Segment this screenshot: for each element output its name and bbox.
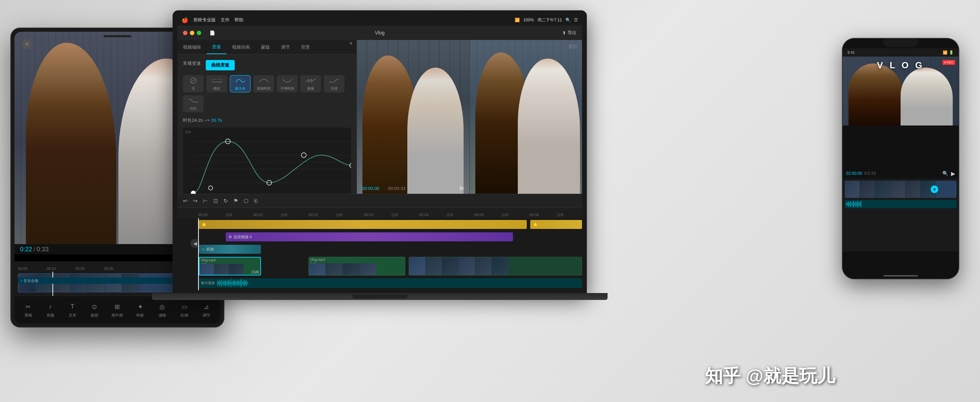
speed-section: 常规变速 曲线变速 <box>177 54 356 194</box>
pt3 <box>875 180 890 198</box>
phone-play-btn[interactable]: ▶ <box>951 170 955 177</box>
redo-icon[interactable]: ↪ <box>193 198 197 204</box>
phone-status-icons: 📶 🔋 <box>943 50 954 55</box>
phone-video-area: V L O G ● REC <box>843 57 959 125</box>
preview-split: 00:00:00 00:00:33 ▶ <box>357 40 582 194</box>
close-button[interactable] <box>183 31 188 35</box>
teal-track[interactable]: ☆ 药存 <box>199 245 261 254</box>
adjust-label: 调节 <box>203 313 210 318</box>
phone-notch <box>883 39 918 47</box>
phone-time-bar: 02:00:00 0:0:33 🔍 ▶ <box>843 168 959 179</box>
speed-hero[interactable]: 英雄时刻 <box>253 75 274 92</box>
r4: 00:02 <box>309 213 336 217</box>
gold-track-1[interactable]: ⭐ <box>199 220 527 229</box>
gold-star-icon: ⭐ <box>202 222 207 227</box>
wb23 <box>240 280 240 286</box>
phone-battery-icon: 🔋 <box>949 50 954 55</box>
tablet-time-current: 0:22 <box>20 246 32 253</box>
wb12 <box>229 280 229 286</box>
pt4 <box>890 180 905 198</box>
export-label[interactable]: 导出 <box>568 30 576 36</box>
wb7 <box>223 280 224 286</box>
tab-speed[interactable]: 变速 <box>207 40 226 54</box>
tab-adjust[interactable]: 调节 <box>275 40 296 54</box>
toolbar-audio[interactable]: ♪ 音频 <box>46 302 55 318</box>
cut-icon: ✂ <box>24 302 33 312</box>
clip-icon[interactable]: ⎗ <box>254 198 258 204</box>
r2: 00:01 <box>253 213 281 217</box>
toolbar-pip[interactable]: ⊞ 画中画 <box>111 302 123 318</box>
speed-jump[interactable]: 跳接 <box>300 75 321 92</box>
tab-more[interactable]: ▾ <box>345 40 356 54</box>
undo-icon[interactable]: ↩ <box>183 198 188 204</box>
phone-audio-strip <box>845 200 956 208</box>
speed-bullet[interactable]: 子弹时间 <box>277 75 298 92</box>
video-track-ext[interactable] <box>409 257 582 275</box>
cut-label: 剪辑 <box>24 313 32 318</box>
tab-mask[interactable]: 蒙版 <box>255 40 275 54</box>
phone-signal-icon: 📶 <box>943 50 948 55</box>
phone-home-indicator <box>883 275 918 277</box>
export-icon: ⬆ <box>562 30 566 35</box>
phone-rec-badge: ● REC <box>942 60 955 65</box>
track-row-purple: ♻ 流浪熊猫 II <box>177 231 582 243</box>
speed-none[interactable]: 无 <box>183 75 204 92</box>
sticker-icon: ⊙ <box>90 302 99 312</box>
speed-flashin[interactable]: 闪进 <box>324 75 345 92</box>
phone-add-btn[interactable]: + <box>931 185 938 193</box>
v1t1 <box>309 263 326 275</box>
menu-help[interactable]: 帮助 <box>234 17 243 23</box>
maximize-button[interactable] <box>197 31 201 35</box>
curve-speed-btn[interactable]: 曲线变速 <box>206 60 235 70</box>
speed-montage[interactable]: 蒙太奇 <box>230 75 251 92</box>
speed-flat[interactable]: 稳定 <box>207 75 227 92</box>
speed-flashin-label: 闪进 <box>331 86 337 91</box>
preview-play-btn[interactable]: ▶ <box>460 184 465 192</box>
phone-device: 9:41 📶 🔋 V L O G <box>842 38 959 279</box>
phone-zoom-icon[interactable]: 🔍 <box>942 171 948 176</box>
phone-time: 9:41 <box>848 50 855 54</box>
tablet-close-btn[interactable]: × <box>22 39 32 49</box>
speed-hero-shape <box>258 76 270 85</box>
preview-woman-1-right <box>407 68 464 194</box>
speed-value: 16.7s <box>211 117 222 123</box>
r11: |15f <box>502 213 530 217</box>
toolbar-adjust[interactable]: ⊿ 调节 <box>202 302 211 318</box>
tab-animation[interactable]: 视频动画 <box>226 40 255 54</box>
preview-right-photo: 原始 <box>469 40 582 194</box>
transform-icon[interactable]: ⬡ <box>244 198 248 204</box>
video-track-1[interactable]: Vlog.mp4 5.6s <box>309 257 405 275</box>
video-track-selected[interactable]: Vlog.mp4 3.0s CUR <box>199 257 261 275</box>
menu-control-icon[interactable]: ☰ <box>574 17 578 22</box>
crop-icon[interactable]: ⊡ <box>213 198 218 204</box>
toolbar-cut[interactable]: ✂ 剪辑 <box>24 302 33 318</box>
toolbar-ratio[interactable]: ▭ 比例 <box>180 302 189 318</box>
tab-background[interactable]: 背景 <box>296 40 315 54</box>
audio-label: 音频 <box>46 313 54 318</box>
audio-track[interactable]: 春日漫游 <box>199 278 582 288</box>
gold-track-2[interactable]: ⭐ <box>530 220 582 229</box>
marker-icon[interactable]: ⚑ <box>233 198 238 204</box>
speed-bullet-label: 子弹时间 <box>280 86 294 91</box>
speed-flashin-svg <box>328 77 340 84</box>
toolbar-sticker[interactable]: ⊙ 贴纸 <box>90 302 99 318</box>
loop-icon[interactable]: ↻ <box>223 198 228 204</box>
laptop-base <box>152 293 608 300</box>
purple-track[interactable]: ♻ 流浪熊猫 II <box>226 233 513 241</box>
split-icon[interactable]: ⊢ <box>203 198 208 204</box>
track-row-teal: ☆ 药存 <box>177 243 582 255</box>
teal-track-icon: ☆ <box>202 247 205 252</box>
ve1 <box>409 257 426 275</box>
menu-search-icon[interactable]: 🔍 <box>565 17 571 22</box>
pip-label: 画中画 <box>111 313 123 318</box>
track-content-3: ☆ 药存 <box>198 243 582 255</box>
minimize-button[interactable] <box>190 31 194 35</box>
r5: |15f <box>336 213 364 217</box>
speed-flashout[interactable]: 闪出 <box>183 95 204 112</box>
toolbar-text[interactable]: T 文本 <box>68 302 77 318</box>
laptop-screen: 🍎 剪映专业版 文件 帮助 📶 100% 周二下午7:11 🔍 ☰ <box>177 14 582 290</box>
tab-video-edit[interactable]: 视频编辑 <box>177 40 207 54</box>
menu-file[interactable]: 文件 <box>221 17 229 23</box>
toolbar-filter[interactable]: ◎ 滤镜 <box>158 302 167 318</box>
toolbar-effects[interactable]: ✦ 特效 <box>135 302 145 318</box>
